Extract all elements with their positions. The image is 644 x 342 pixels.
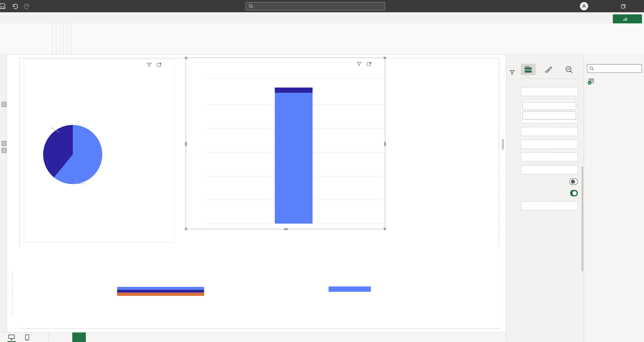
undo-icon[interactable] <box>11 3 18 9</box>
visualizations-panel <box>517 55 580 342</box>
resize-handle[interactable] <box>384 142 386 146</box>
small-multiples-dropzone[interactable] <box>521 152 578 161</box>
canvas-scrollbar[interactable] <box>502 139 504 150</box>
report-view-icon[interactable] <box>2 102 6 107</box>
table-tree-item[interactable] <box>587 78 642 84</box>
titlebar <box>0 0 644 12</box>
ribbon-group-clipboard <box>0 24 53 54</box>
pie-chart[interactable] <box>43 125 102 184</box>
filters-pane-collapsed <box>506 55 517 342</box>
avatar[interactable] <box>580 2 588 10</box>
resize-handle[interactable] <box>185 228 188 230</box>
data-panel <box>584 55 644 342</box>
stacked-column-chart-visual[interactable] <box>186 58 385 229</box>
analytics-tab[interactable] <box>561 64 576 75</box>
data-view-icon[interactable] <box>2 141 6 146</box>
gridline <box>207 224 383 224</box>
pie-chart-visual[interactable] <box>24 59 174 243</box>
ribbon-group-share <box>71 24 74 54</box>
search-input[interactable] <box>256 4 382 8</box>
page-navigation-bar <box>0 332 506 342</box>
column-y-axis-dropzone[interactable] <box>521 100 578 123</box>
more-options-icon[interactable] <box>376 61 382 67</box>
maximize-button[interactable] <box>616 0 630 12</box>
keep-all-filters-toggle[interactable] <box>570 190 578 197</box>
gridline <box>207 78 383 78</box>
ribbon-tabs <box>0 12 644 23</box>
desktop-layout-icon[interactable] <box>7 334 16 341</box>
page-tab[interactable] <box>54 333 59 342</box>
search-icon <box>589 66 594 71</box>
gridline <box>12 270 13 316</box>
ribbon <box>0 24 644 55</box>
resize-handle[interactable] <box>284 228 288 230</box>
build-visual-tab[interactable] <box>521 64 536 75</box>
totalCost-bar[interactable] <box>117 287 204 290</box>
column-plot-area <box>194 78 383 228</box>
filter-icon[interactable] <box>146 62 152 67</box>
cross-report-toggle[interactable] <box>569 178 578 185</box>
ribbon-group-sensitivity <box>67 24 71 54</box>
costExpenses-bar[interactable] <box>117 293 204 296</box>
save-icon[interactable] <box>0 3 6 9</box>
data-search-input[interactable] <box>596 66 639 71</box>
remainingBudget-bar-segment[interactable] <box>275 87 313 93</box>
plannedBudget-bar-segment[interactable] <box>275 93 313 223</box>
add-page-button[interactable] <box>72 333 86 342</box>
ribbon-group-calculations <box>64 24 67 54</box>
right-panels <box>506 55 644 342</box>
field-pill-plannedBudget[interactable] <box>522 102 576 110</box>
panel-mode-tabs <box>521 64 578 79</box>
line-y-axis-dropzone[interactable] <box>521 127 578 136</box>
clustered-bar-chart-visual[interactable] <box>12 247 499 327</box>
x-axis-dropzone[interactable] <box>521 87 578 96</box>
tooltips-dropzone[interactable] <box>521 165 578 174</box>
resize-handle[interactable] <box>185 57 188 59</box>
share-button[interactable] <box>613 14 642 23</box>
resize-handle[interactable] <box>384 228 386 230</box>
panel-scrollbar[interactable] <box>581 55 584 342</box>
drill-through-dropzone[interactable] <box>521 201 578 210</box>
ribbon-group-data <box>53 24 56 54</box>
ribbon-group-insert <box>60 24 64 54</box>
mobile-layout-icon[interactable] <box>23 334 31 341</box>
close-button[interactable] <box>630 0 644 12</box>
focus-mode-icon[interactable] <box>156 62 162 67</box>
table-icon <box>589 78 594 84</box>
filter-icon[interactable] <box>356 61 362 67</box>
field-wells <box>521 87 578 174</box>
totalCost-bar-segment[interactable] <box>329 287 371 292</box>
model-view-icon[interactable] <box>2 148 6 153</box>
costLabors-bar[interactable] <box>117 290 204 292</box>
search-icon <box>249 4 253 8</box>
filter-icon <box>509 70 515 75</box>
data-search[interactable] <box>587 64 642 73</box>
minimize-button[interactable] <box>602 0 616 12</box>
power-bi-desktop-window <box>0 0 644 342</box>
group-caption <box>0 53 52 54</box>
focus-mode-icon[interactable] <box>366 61 372 67</box>
global-search[interactable] <box>245 2 385 10</box>
resize-handle[interactable] <box>185 142 187 146</box>
ribbon-group-queries <box>56 24 60 54</box>
format-visual-tab[interactable] <box>541 64 556 75</box>
resize-handle[interactable] <box>384 57 386 59</box>
more-options-icon[interactable] <box>166 62 172 67</box>
field-pill-remainingBudget[interactable] <box>522 111 576 120</box>
redo-icon[interactable] <box>24 3 30 9</box>
view-nav-strip[interactable] <box>0 55 7 332</box>
column-legend-dropzone[interactable] <box>521 140 578 149</box>
